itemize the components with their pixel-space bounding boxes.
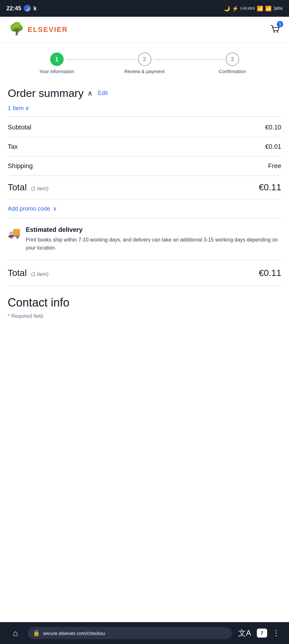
edit-link[interactable]: Edit [98,90,108,97]
tax-label: Tax [8,143,18,150]
svg-text:🌳: 🌳 [9,21,24,36]
step-3: 3 Confirmation [188,52,276,74]
step-2-circle: 2 [138,52,151,66]
elsevier-logo-text: ELSEVIER [28,25,68,34]
total-label: Total (1 item) [8,182,49,193]
order-summary-title: Order summary [8,87,84,99]
divider-1 [8,116,281,117]
tax-value: €0.01 [265,143,281,150]
promo-label: Add promo code [8,205,50,212]
required-field-note: * Required field [8,313,281,319]
shipping-row: Shipping Free [8,156,281,176]
translate-button[interactable]: 文A [235,628,254,638]
url-text: secure.elsevier.com/checkou [43,630,227,636]
promo-code-toggle[interactable]: Add promo code ∨ [8,199,281,218]
delivery-description: Print books ship within 7-10 working day… [26,236,281,252]
delivery-title: Estimated delivery [26,226,281,233]
cart-badge: 1 [277,21,283,27]
total-row: Total (1 item) €0.11 [8,176,281,199]
moon-icon: 🌙 [224,5,230,12]
svg-point-3 [277,31,278,33]
status-time: 22:45 [6,5,21,12]
bluetooth-icon: ⚡ [232,5,239,12]
url-bar[interactable]: 🔒 secure.elsevier.com/checkou [28,627,232,639]
step-3-circle: 3 [226,52,239,66]
home-button[interactable]: ⌂ [6,628,24,638]
subtotal-row: Subtotal €0.10 [8,118,281,137]
shipping-value: Free [268,162,281,170]
signal-icon: 📶 [265,5,272,12]
logo-area: 🌳 ELSEVIER [8,21,68,38]
chevron-down-icon: ∨ [25,105,29,112]
delivery-content: Estimated delivery Print books ship with… [26,226,281,252]
elsevier-tree-logo: 🌳 [8,21,24,38]
contact-info-section: Contact info * Required field [8,286,281,326]
order-summary-header: Order summary ∧ Edit [8,84,281,99]
tabs-count[interactable]: 7 [257,629,267,638]
cart-button[interactable]: 1 [269,23,281,36]
header: 🌳 ELSEVIER 1 [0,17,289,43]
data-speed: 0.45 KB/S [240,7,255,10]
focus-mode-icon: 🌙 [24,5,31,12]
promo-chevron-icon: ∨ [53,205,57,212]
wifi-icon: 📶 [257,5,263,12]
bottom-total-value: €0.11 [259,268,281,278]
subtotal-value: €0.10 [265,124,281,131]
status-right: 🌙 ⚡ 0.45 KB/S 📶 📶 34% [224,5,283,12]
battery-level: 34% [274,6,283,11]
step-1-circle: 1 [50,52,64,66]
step-2-label: Review & payment [124,69,165,74]
step-3-label: Confirmation [219,69,246,74]
main-content: Order summary ∧ Edit 1 Item ∨ Subtotal €… [0,80,289,355]
more-menu-button[interactable]: ⋮ [270,629,283,638]
status-bar: 22:45 🌙 k 🌙 ⚡ 0.45 KB/S 📶 📶 34% [0,0,289,17]
shipping-label: Shipping [8,162,33,170]
step-1: 1 Your information [13,52,101,74]
items-toggle[interactable]: 1 Item ∨ [8,105,281,112]
items-toggle-label: 1 Item [8,105,24,112]
app-k-label: k [33,5,37,12]
total-value: €0.11 [259,182,281,193]
tax-row: Tax €0.01 [8,137,281,156]
chevron-up-icon[interactable]: ∧ [87,89,93,98]
lock-icon: 🔒 [33,630,40,637]
delivery-truck-icon: 🚚 [8,227,21,252]
subtotal-label: Subtotal [8,124,31,131]
bottom-total-row: Total (1 item) €0.11 [8,260,281,286]
step-2: 2 Review & payment [101,52,188,74]
progress-steps: 1 Your information 2 Review & payment 3 … [0,43,289,80]
delivery-section: 🚚 Estimated delivery Print books ship wi… [8,218,281,260]
step-1-label: Your information [39,69,74,74]
contact-info-title: Contact info [8,296,281,309]
svg-point-2 [274,31,275,33]
bottom-total-label: Total (1 item) [8,268,49,278]
bottom-nav-bar: ⌂ 🔒 secure.elsevier.com/checkou 文A 7 ⋮ [0,622,289,644]
